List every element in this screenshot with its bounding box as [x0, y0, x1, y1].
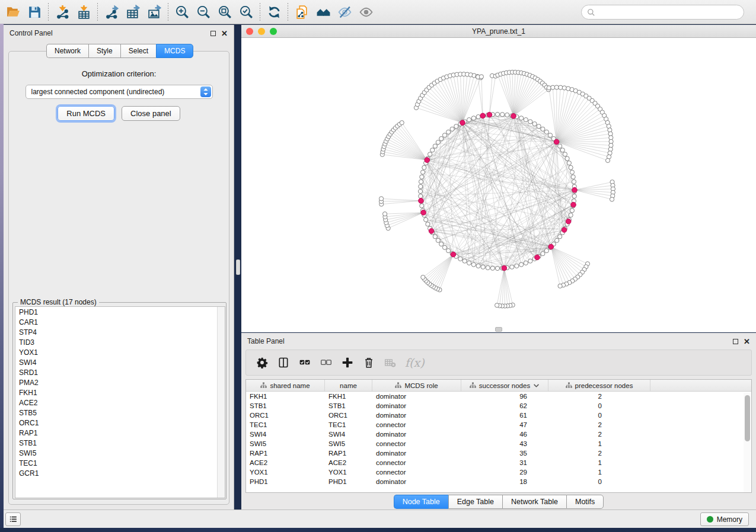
graph-node[interactable]	[548, 133, 552, 137]
table-row[interactable]: STB1STB1dominator620	[246, 401, 751, 411]
tab-network-table[interactable]: Network Table	[502, 495, 566, 509]
column-header-name[interactable]: name	[325, 380, 372, 391]
panel-divider-handle[interactable]	[236, 259, 240, 275]
graph-node[interactable]	[486, 265, 490, 270]
graph-leaf-node[interactable]	[421, 275, 425, 279]
graph-node[interactable]	[476, 264, 480, 268]
deselect-all-icon[interactable]	[318, 355, 334, 370]
graph-node[interactable]	[419, 184, 423, 188]
graph-node[interactable]	[555, 238, 559, 242]
graph-node[interactable]	[439, 242, 444, 246]
graph-node[interactable]	[537, 124, 541, 129]
graph-node[interactable]	[495, 266, 499, 270]
graph-node[interactable]	[510, 265, 514, 269]
table-row[interactable]: SWI5SWI5connector431	[246, 439, 751, 448]
graph-mcds-node[interactable]	[511, 114, 516, 119]
graph-node[interactable]	[442, 245, 446, 249]
graph-node[interactable]	[541, 252, 545, 256]
graph-mcds-node[interactable]	[562, 227, 567, 233]
graph-leaf-node[interactable]	[382, 212, 387, 216]
table-row[interactable]: SWI4SWI4dominator462	[246, 430, 751, 439]
graph-node[interactable]	[544, 130, 548, 134]
table-row[interactable]: RAP1RAP1dominator352	[246, 448, 751, 458]
column-header-shared-name[interactable]: shared name	[246, 380, 325, 391]
graph-node[interactable]	[419, 194, 423, 198]
graph-node[interactable]	[515, 264, 519, 268]
mcds-result-list[interactable]: PHD1CAR1STP4TID3YOX1SWI4SRD1PMA2FKH1ACE2…	[15, 306, 225, 498]
add-icon[interactable]	[340, 355, 355, 370]
graph-node[interactable]	[569, 213, 573, 217]
run-mcds-button[interactable]: Run MCDS	[58, 106, 114, 121]
tab-edge-table[interactable]: Edge Table	[448, 495, 502, 509]
graph-node[interactable]	[528, 259, 532, 263]
clone-network-icon[interactable]	[291, 2, 312, 22]
tab-select[interactable]: Select	[120, 44, 156, 58]
optimization-criterion-select[interactable]: largest connected component (undirected)	[25, 85, 213, 99]
graph-node[interactable]	[572, 180, 576, 184]
hide-selected-icon[interactable]	[334, 2, 355, 22]
graph-node[interactable]	[567, 161, 571, 165]
close-panel-icon[interactable]: ✕	[221, 31, 228, 36]
import-table-icon[interactable]	[73, 2, 94, 22]
zoom-in-icon[interactable]	[171, 2, 193, 22]
mcds-result-item[interactable]: FKH1	[15, 387, 225, 398]
graph-leaf-node[interactable]	[610, 197, 614, 201]
graph-node[interactable]	[524, 261, 528, 265]
float-panel-icon[interactable]	[210, 31, 216, 36]
delete-icon[interactable]	[361, 355, 377, 370]
graph-node[interactable]	[490, 266, 495, 270]
column-icon[interactable]	[276, 355, 291, 370]
graph-node[interactable]	[433, 144, 437, 148]
graph-mcds-node[interactable]	[535, 255, 540, 260]
graph-node[interactable]	[467, 261, 471, 265]
mcds-result-item[interactable]: RAP1	[15, 428, 225, 438]
table-scrollbar[interactable]	[744, 393, 751, 492]
export-network-icon[interactable]	[101, 2, 122, 22]
network-graph[interactable]	[241, 38, 756, 332]
mcds-result-item[interactable]: PHD1	[15, 307, 225, 317]
zoom-fit-icon[interactable]	[214, 2, 235, 22]
graph-node[interactable]	[420, 204, 424, 208]
mcds-result-item[interactable]: ORC1	[15, 418, 225, 428]
mcds-result-item[interactable]: STB5	[15, 408, 225, 418]
tab-motifs[interactable]: Motifs	[566, 495, 604, 509]
graph-node[interactable]	[505, 113, 509, 117]
mcds-list-scrollbar[interactable]	[217, 307, 225, 498]
graph-mcds-node[interactable]	[451, 252, 456, 257]
graph-mcds-node[interactable]	[429, 229, 434, 234]
graph-mcds-node[interactable]	[572, 187, 578, 193]
export-table-icon[interactable]	[122, 2, 143, 22]
graph-mcds-node[interactable]	[419, 198, 424, 204]
mcds-result-item[interactable]: STP4	[15, 327, 225, 337]
graph-leaf-node[interactable]	[400, 121, 404, 125]
graph-mcds-node[interactable]	[548, 244, 554, 249]
graph-node[interactable]	[430, 148, 435, 152]
search-input[interactable]	[595, 8, 744, 17]
column-header-successor-nodes[interactable]: successor nodes	[461, 380, 548, 391]
graph-node[interactable]	[442, 133, 446, 137]
float-panel-icon[interactable]	[733, 339, 738, 344]
zoom-out-icon[interactable]	[193, 2, 214, 22]
graph-node[interactable]	[458, 257, 462, 261]
tab-network[interactable]: Network	[46, 44, 88, 58]
select-all-icon[interactable]	[297, 355, 312, 370]
graph-node[interactable]	[476, 114, 480, 118]
graph-node[interactable]	[560, 148, 564, 152]
graph-leaf-node[interactable]	[379, 197, 383, 201]
tab-style[interactable]: Style	[88, 44, 120, 58]
window-minimize-icon[interactable]	[258, 28, 265, 35]
graph-node[interactable]	[570, 209, 574, 213]
graph-node[interactable]	[462, 259, 467, 263]
graph-node[interactable]	[558, 235, 562, 239]
graph-node[interactable]	[454, 124, 458, 129]
column-header-MCDS-role[interactable]: MCDS role	[372, 380, 461, 391]
graph-mcds-node[interactable]	[480, 113, 486, 118]
export-image-icon[interactable]	[143, 2, 165, 22]
table-row[interactable]: YOX1YOX1connector291	[246, 467, 751, 477]
mcds-result-item[interactable]: PMA2	[15, 377, 225, 387]
network-hscroll-handle[interactable]	[495, 327, 502, 332]
tab-mcds[interactable]: MCDS	[156, 44, 193, 58]
graph-mcds-node[interactable]	[460, 120, 465, 126]
window-close-icon[interactable]	[246, 28, 253, 35]
mcds-result-item[interactable]: STB1	[15, 438, 225, 448]
